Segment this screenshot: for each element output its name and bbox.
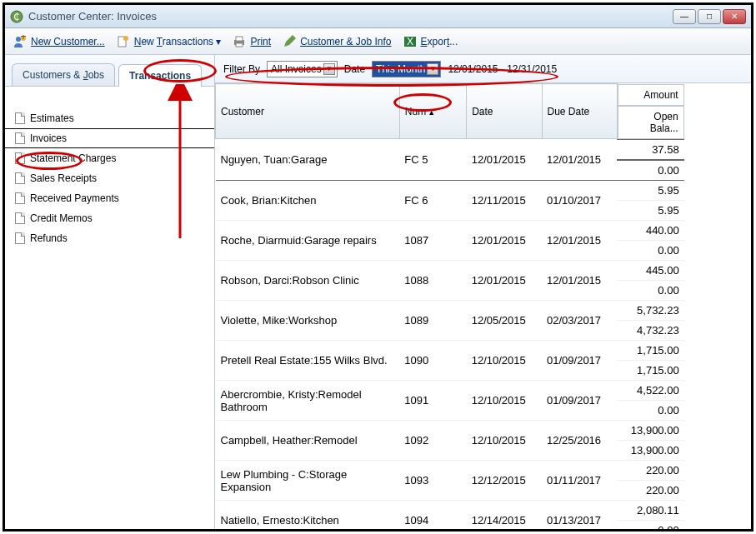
cell-open: 0.00 <box>617 521 683 530</box>
cell-amount: 4,522.00 <box>617 381 683 401</box>
svg-point-6 <box>123 36 128 41</box>
left-item-label: Sales Receipts <box>30 172 97 184</box>
cell-open: 4,732.23 <box>617 321 683 341</box>
invoice-table-container: Customer Num▲ Date Due Date Amount Open … <box>215 83 751 529</box>
cell-due: 01/09/2017 <box>542 381 617 421</box>
left-item-invoices[interactable]: Invoices <box>5 128 214 148</box>
left-item-statement-charges[interactable]: Statement Charges <box>5 148 214 168</box>
cell-open: 220.00 <box>617 481 683 501</box>
left-item-estimates[interactable]: Estimates <box>5 108 214 128</box>
table-row[interactable]: Violette, Mike:Workshop108912/05/201502/… <box>216 301 752 341</box>
tab-customers-jobs[interactable]: Customers & Jobs <box>12 63 115 86</box>
left-item-label: Estimates <box>30 112 74 124</box>
table-row[interactable]: Nguyen, Tuan:GarageFC 512/01/201512/01/2… <box>216 139 752 181</box>
cell-amount: 5.95 <box>617 181 683 201</box>
new-transactions-button[interactable]: New Transactions ▾ <box>117 35 222 48</box>
cell-customer: Violette, Mike:Workshop <box>216 301 400 341</box>
cell-date: 12/12/2015 <box>467 461 542 501</box>
cell-date: 12/01/2015 <box>467 221 542 261</box>
table-row[interactable]: Roche, Diarmuid:Garage repairs108712/01/… <box>216 221 752 261</box>
left-item-sales-receipts[interactable]: Sales Receipts <box>5 168 214 188</box>
cell-customer: Campbell, Heather:Remodel <box>216 421 400 461</box>
cell-due: 12/01/2015 <box>542 261 617 301</box>
document-icon <box>15 172 25 184</box>
document-icon <box>15 152 25 164</box>
cell-date: 12/10/2015 <box>467 381 542 421</box>
cell-amount: 2,080.11 <box>617 501 683 521</box>
cell-open: 0.00 <box>617 401 683 421</box>
col-amount[interactable]: Amount <box>618 84 684 106</box>
cell-amount: 445.00 <box>617 261 683 281</box>
col-customer[interactable]: Customer <box>216 84 400 139</box>
cell-date: 12/10/2015 <box>467 341 542 381</box>
cell-customer: Abercrombie, Kristy:Remodel Bathroom <box>216 381 400 421</box>
date-label: Date <box>344 63 365 75</box>
cell-num: 1088 <box>399 261 466 301</box>
col-due-date[interactable]: Due Date <box>542 84 617 139</box>
cell-customer: Robson, Darci:Robson Clinic <box>216 261 400 301</box>
chevron-down-icon: ▼ <box>427 63 438 75</box>
close-button[interactable]: ✕ <box>723 9 746 24</box>
cell-amount: 5,732.23 <box>617 301 683 321</box>
cell-num: 1091 <box>399 381 466 421</box>
sort-asc-icon: ▲ <box>428 108 435 117</box>
col-date[interactable]: Date <box>467 84 542 139</box>
maximize-button[interactable]: □ <box>698 9 721 24</box>
left-item-credit-memos[interactable]: Credit Memos <box>5 208 214 228</box>
excel-icon: X <box>403 35 417 48</box>
minimize-button[interactable]: — <box>673 9 696 24</box>
cell-amount: 37.58 <box>617 139 683 160</box>
table-row[interactable]: Natiello, Ernesto:Kitchen109412/14/20150… <box>216 501 752 530</box>
left-item-label: Refunds <box>30 232 68 244</box>
new-customer-button[interactable]: + New Customer... <box>13 35 105 48</box>
svg-rect-8 <box>236 37 243 41</box>
cell-due: 01/09/2017 <box>542 341 617 381</box>
cell-open: 0.00 <box>617 160 683 181</box>
transaction-type-list: EstimatesInvoicesStatement ChargesSales … <box>5 87 214 248</box>
date-select[interactable]: This Month ▼ <box>372 61 441 77</box>
cell-due: 02/03/2017 <box>542 301 617 341</box>
document-icon <box>15 232 25 244</box>
tab-transactions[interactable]: Transactions <box>118 64 202 87</box>
cell-customer: Natiello, Ernesto:Kitchen <box>216 501 400 530</box>
document-icon <box>15 212 25 224</box>
table-row[interactable]: Robson, Darci:Robson Clinic108812/01/201… <box>216 261 752 301</box>
document-icon <box>15 192 25 204</box>
chevron-down-icon: ▼ <box>323 63 335 75</box>
table-row[interactable]: Lew Plumbing - C:Storage Expansion109312… <box>216 461 752 501</box>
col-num[interactable]: Num▲ <box>399 84 466 139</box>
col-open-balance[interactable]: Open Bala... <box>618 106 684 139</box>
left-item-label: Received Payments <box>30 192 119 204</box>
printer-icon <box>233 35 246 48</box>
table-row[interactable]: Campbell, Heather:Remodel109212/10/20151… <box>216 421 752 461</box>
window-titlebar: ₵ Customer Center: Invoices — □ ✕ <box>5 5 751 28</box>
cell-amount: 440.00 <box>617 221 683 241</box>
left-item-refunds[interactable]: Refunds <box>5 228 214 248</box>
table-row[interactable]: Cook, Brian:KitchenFC 612/11/201501/10/2… <box>216 181 752 221</box>
table-row[interactable]: Abercrombie, Kristy:Remodel Bathroom1091… <box>216 381 752 421</box>
cell-due: 01/11/2017 <box>542 461 617 501</box>
filter-by-select[interactable]: All Invoices ▼ <box>267 61 338 77</box>
cell-due: 01/13/2017 <box>542 501 617 530</box>
cell-due: 12/01/2015 <box>542 221 617 261</box>
export-button[interactable]: X Export... <box>403 35 458 48</box>
cell-date: 12/01/2015 <box>467 139 542 181</box>
cell-date: 12/01/2015 <box>467 261 542 301</box>
left-item-received-payments[interactable]: Received Payments <box>5 188 214 208</box>
left-pane: Customers & Jobs Transactions EstimatesI… <box>5 55 215 529</box>
cell-open: 0.00 <box>617 281 683 301</box>
cell-num: 1090 <box>399 341 466 381</box>
cell-open: 5.95 <box>617 201 683 221</box>
cell-open: 0.00 <box>617 241 683 261</box>
cell-date: 12/05/2015 <box>467 301 542 341</box>
cell-amount: 13,900.00 <box>617 421 683 441</box>
cell-amount: 220.00 <box>617 461 683 481</box>
date-range-text: 12/01/2015 - 12/31/2015 <box>448 63 557 75</box>
cell-customer: Lew Plumbing - C:Storage Expansion <box>216 461 400 501</box>
left-item-label: Invoices <box>30 132 67 144</box>
pencil-icon <box>283 35 296 48</box>
customer-job-info-button[interactable]: Customer & Job Info <box>283 35 391 48</box>
table-row[interactable]: Pretell Real Estate:155 Wilks Blvd.10901… <box>216 341 752 381</box>
print-button[interactable]: Print <box>233 35 271 48</box>
left-item-label: Credit Memos <box>30 212 93 224</box>
